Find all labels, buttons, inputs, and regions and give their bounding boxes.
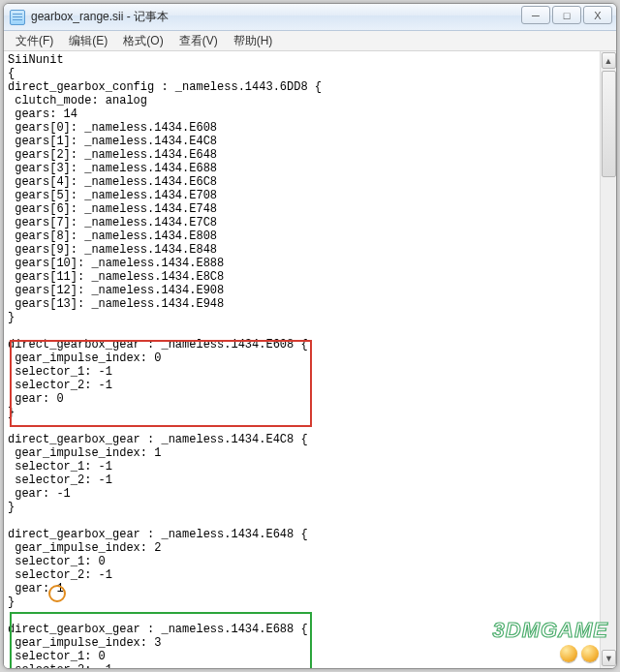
editor-area: SiiNunit { direct_gearbox_config : _name… (4, 51, 616, 668)
window-title: gearbox_range.sii - 记事本 (31, 9, 169, 25)
menu-format[interactable]: 格式(O) (115, 31, 170, 51)
text-content[interactable]: SiiNunit { direct_gearbox_config : _name… (4, 51, 600, 668)
close-button[interactable]: X (583, 6, 612, 24)
scroll-down-icon[interactable]: ▼ (602, 650, 616, 666)
window-controls: ─ □ X (521, 6, 612, 24)
maximize-button[interactable]: □ (552, 6, 581, 24)
menu-help[interactable]: 帮助(H) (226, 31, 281, 51)
menu-view[interactable]: 查看(V) (171, 31, 226, 51)
menu-edit[interactable]: 编辑(E) (61, 31, 115, 51)
menu-file[interactable]: 文件(F) (8, 31, 61, 51)
title-appname: 记事本 (134, 10, 169, 23)
scroll-up-icon[interactable]: ▲ (602, 52, 616, 69)
titlebar[interactable]: gearbox_range.sii - 记事本 ─ □ X (4, 4, 616, 31)
scroll-thumb[interactable] (602, 71, 616, 177)
notepad-icon (10, 10, 25, 25)
menubar: 文件(F) 编辑(E) 格式(O) 查看(V) 帮助(H) (4, 31, 616, 51)
notepad-window: gearbox_range.sii - 记事本 ─ □ X 文件(F) 编辑(E… (3, 3, 617, 669)
title-filename: gearbox_range.sii (31, 10, 123, 23)
minimize-button[interactable]: ─ (521, 6, 550, 24)
vertical-scrollbar[interactable]: ▲ ▼ (600, 51, 616, 668)
